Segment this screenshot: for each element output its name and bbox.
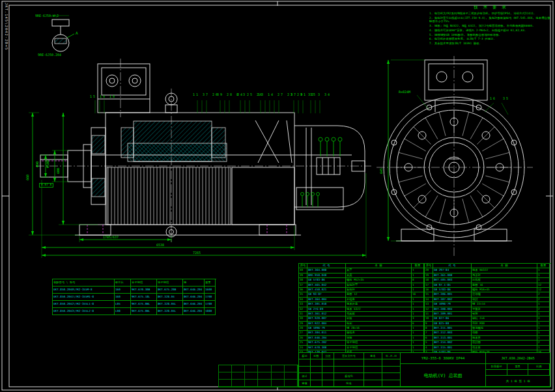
parts-row: 31 8KT.361.012 挡风板 1 bbox=[299, 312, 425, 316]
revision-strip bbox=[218, 365, 298, 387]
parts-header-left: 序号 代 号 名 称 数量 bbox=[299, 264, 425, 268]
notes-title: 技 术 要 求 bbox=[429, 5, 552, 10]
parts-row: 28 GB 1096-79 键 28×16 1 bbox=[299, 326, 425, 331]
parts-header-right: 序号 代 号 名 称 数量 bbox=[425, 264, 551, 268]
note-line: 7. 其余技术要求按JB/T 10391 验收。 bbox=[429, 42, 552, 46]
notes-lines: 1. 电动机为YR2系列绕线转子三相异步电动机, 防护等级IP54, 冷却方式I… bbox=[429, 12, 552, 46]
balloon-group-8: 16 35 bbox=[490, 97, 509, 100]
parts-row: 34 8KT.364.004 外端盖 1 bbox=[299, 298, 425, 302]
parts-row: 32 GB 276-89 轴承 6322 1 bbox=[299, 307, 425, 312]
parts-row: 35 GB 93-87 垫圈 12 16 bbox=[299, 292, 425, 297]
note-line: 5. 轴伸键按GB 1096配作, 装配前配合面涂防锈油脂。 bbox=[429, 33, 552, 37]
parts-row: 20 GB 297-84 轴承 NU322 1 bbox=[425, 268, 551, 273]
balloon-group-2: 11 37 20 bbox=[193, 93, 219, 96]
parts-row: 9 GB 825-88 吊环 M30 1 bbox=[425, 322, 551, 326]
parts-row: 25 9KT.675.202 转子绕组 1 bbox=[299, 341, 425, 345]
parts-row: 16 GB 5783-86 螺栓 M16×45 12 bbox=[425, 288, 551, 292]
parts-row: 8 8KT.311.001 接地螺栓 1 bbox=[425, 326, 551, 331]
parts-row: 4 8KT.315.001 挡水盘 1 bbox=[425, 346, 551, 350]
model-table-row: UKT.850.2041\YR2-355M1-8 160 9KT.675.18L… bbox=[53, 294, 216, 301]
parts-row: 30 8KT.920.007 刷握 3 bbox=[299, 316, 425, 321]
detail-view bbox=[51, 16, 74, 51]
parts-row: 12 8KT.308.004 平衡块 2 bbox=[425, 307, 551, 312]
brush-gear bbox=[319, 137, 342, 156]
title-block-revision-zone: 标记 处数 分区 更改文件号 签名 年.月.日 设计 标准化 审核 批准 bbox=[299, 353, 401, 387]
stage-value-row bbox=[486, 370, 550, 376]
model-line: YR2-355-6 380KV IP44 bbox=[401, 353, 485, 364]
note-line: 3. 轴承: D端 NU322, N端 6322, 加注2号锂基润滑脂, 补充换… bbox=[429, 24, 552, 28]
parts-row: 14 8KT.307.002 油封 2 bbox=[425, 298, 551, 302]
dim-bottom-3: 7265 bbox=[193, 251, 201, 255]
parts-table-right: 序号 代 号 名 称 数量 20 GB 297-84 轴承 NU322 1 19… bbox=[424, 263, 551, 365]
parts-row: 40 8KT.364.008 风罩 1 bbox=[299, 268, 425, 273]
dim-height-600: 600 bbox=[57, 168, 60, 174]
note-line: 1. 电动机为YR2系列绕线转子三相异步电动机, 防护等级IP54, 冷却方式I… bbox=[429, 12, 552, 16]
parts-row: 10 GB 827-86 铆钉 2×6 4 bbox=[425, 316, 551, 321]
parts-row: 24 9KT.670.308 定子绕组 1 bbox=[299, 346, 425, 350]
parts-row: 15 8KT.306.001 注油嘴 2 bbox=[425, 292, 551, 297]
dim-bottom-1: 1785/637 bbox=[103, 236, 119, 239]
parts-row: 13 GB 1096-79 键 22×14 1 bbox=[425, 302, 551, 307]
parts-row: 6 8KT.313.001 轴承套 1 bbox=[425, 336, 551, 341]
parts-row: 39 8RE.950.048 风扇 1 bbox=[299, 273, 425, 278]
stage-header-row: 阶段标记 重量 比例 bbox=[486, 364, 550, 370]
end-view bbox=[377, 56, 533, 257]
terminal-studs bbox=[301, 193, 320, 208]
parts-row: 36 8KT.450.021 集电环 1 bbox=[299, 288, 425, 292]
sheet-info: 共 1 张 第 1 张 bbox=[486, 376, 550, 387]
tolerance-frame: 0.07 A bbox=[39, 183, 53, 188]
drawing-number: JKT.030.2042-2B45 bbox=[486, 353, 550, 364]
corner-drawing-number: JKT.145\2042-2B×5 bbox=[5, 3, 8, 50]
model-table-row: UKT.850.2042\YR2-355L1-8 L05 9KT.675.0BL… bbox=[53, 301, 216, 308]
drawing-name: 电动机(V) 总装图 bbox=[401, 364, 485, 387]
balloon-group-1: 15 14 18 bbox=[90, 95, 116, 98]
parts-row: 11 8KT.309.001 铭牌 1 bbox=[425, 312, 551, 316]
detail-code-top: 9RE-6J50.W\2 bbox=[35, 14, 59, 18]
model-table-row: UKT.850.2040\YR2-355M-8 160 9KT.670.30B … bbox=[53, 287, 216, 294]
title-block-right: JKT.030.2042-2B45 阶段标记 重量 比例 共 1 张 第 1 张 bbox=[486, 353, 550, 387]
dim-radius-label: R=824M bbox=[399, 91, 410, 94]
dim-shaft-dia2: Φ100 bbox=[46, 160, 50, 168]
model-table: 装配图号 \ 型号 铁芯长 定子绕组 转子绕组 轴 重量 UKT.850.204… bbox=[52, 279, 216, 315]
model-table-row: UKT.850.2043\YR2-355L2-8 L08 9KT.675.0BL… bbox=[53, 308, 216, 315]
parts-row: 18 8KT.405.003 出线板 1 bbox=[425, 278, 551, 283]
dim-end-height: 645 bbox=[380, 168, 383, 174]
note-line: 4. 接线盒可旋转90°安装, 进线孔 2-M64×2, 出线端子标记 K1,K… bbox=[429, 29, 552, 33]
technical-notes: 技 术 要 求 1. 电动机为YR2系列绕线转子三相异步电动机, 防护等级IP5… bbox=[429, 5, 552, 46]
parts-table-left: 序号 代 号 名 称 数量 40 8KT.364.008 风罩 1 39 8RE… bbox=[298, 263, 425, 365]
parts-row: 26 8KT.646.204 转轴 1 bbox=[299, 336, 425, 341]
note-line: 6. 电动机外表面喷灰色漆, 见JB/T 7-3 的规定。 bbox=[429, 37, 552, 41]
parts-row: 29 8KT.922.004 电刷 6 bbox=[299, 322, 425, 326]
detail-code-bottom: 9RE-6J50.204 bbox=[38, 53, 61, 57]
model-table-header: 装配图号 \ 型号 铁芯长 定子绕组 转子绕组 轴 重量 bbox=[53, 279, 216, 287]
note-line: 2. 集电环室引出线标记见(JZT.150-9.4), 集电环配刷架型号 4KT… bbox=[429, 16, 552, 23]
dim-bottom-2: 6538 bbox=[156, 244, 164, 247]
side-view bbox=[36, 59, 371, 242]
parts-row: 17 GB 97.1-85 垫圈 16 12 bbox=[425, 283, 551, 288]
balloon-group-7: 32 3 34 bbox=[308, 93, 331, 96]
parts-row: 33 8KT.301.018 轴承外盖 1 bbox=[299, 302, 425, 307]
parts-row: 5 8KT.314.002 密封圈 2 bbox=[425, 341, 551, 345]
parts-row: 38 GB 5783-86 螺栓 M12×35 8 bbox=[299, 278, 425, 283]
cad-sheet: JKT.145\2042-2B×5 9RE-6J50.W\2 9RE-6J50.… bbox=[0, 0, 555, 392]
title-block: 标记 处数 分区 更改文件号 签名 年.月.日 设计 标准化 审核 批准 YR2… bbox=[298, 352, 550, 387]
dim-height-668: 668 bbox=[26, 175, 29, 180]
parts-row: 7 8KT.312.003 挡圈 1 bbox=[425, 331, 551, 335]
parts-row: 19 8KT.361.008 甩水环 1 bbox=[425, 273, 551, 278]
parts-row: 37 8KT.465.042 集电环罩 1 bbox=[299, 283, 425, 288]
parts-row: 27 8KT.304.011 接线盒 1 bbox=[299, 331, 425, 335]
detail-letter: A bbox=[76, 31, 79, 35]
dim-shaft-dia1: Φ90 bbox=[36, 161, 39, 167]
title-block-center: YR2-355-6 380KV IP44 电动机(V) 总装图 bbox=[401, 353, 486, 387]
